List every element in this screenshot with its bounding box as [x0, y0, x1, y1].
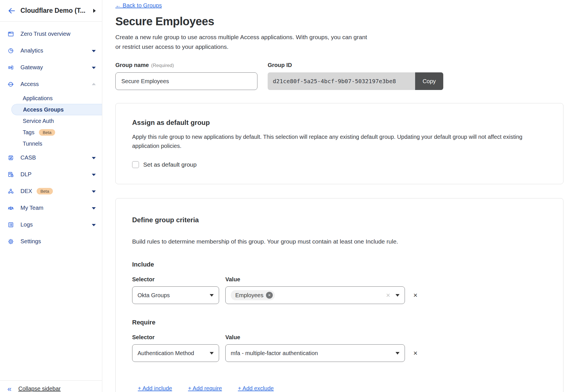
include-selector-dropdown[interactable]: Okta Groups	[132, 286, 219, 304]
sidebar-item-label: My Team	[20, 205, 43, 211]
main-content: ← Back to Groups Secure Employees Create…	[102, 0, 568, 392]
sidebar-item-label: Logs	[20, 221, 33, 228]
chevron-down-icon	[210, 294, 214, 297]
value-label: Value	[225, 276, 405, 283]
add-require-link[interactable]: + Add require	[188, 385, 222, 392]
set-default-group-row: Set as default group	[132, 161, 547, 168]
sidebar-item-access[interactable]: Access	[0, 76, 102, 93]
page-description: Create a new rule group to use across mu…	[115, 32, 563, 52]
expand-account-icon[interactable]	[93, 9, 96, 13]
sidebar-item-service-auth[interactable]: Service Auth	[0, 115, 102, 127]
chevrons-left-icon: «	[7, 386, 11, 392]
criteria-card-body: Build rules to determine membership of t…	[132, 237, 547, 246]
set-default-group-checkbox[interactable]	[132, 161, 139, 168]
chevron-down-icon[interactable]	[92, 174, 96, 176]
remove-require-rule-icon[interactable]: ✕	[413, 350, 418, 357]
group-name-label-row: Group name(Required)	[115, 62, 257, 68]
access-subnav: Applications Access Groups Service Auth …	[0, 93, 102, 149]
require-value-text: mfa - multiple-factor authentication	[231, 350, 392, 357]
require-heading: Require	[132, 319, 547, 326]
require-selector-value: Authentication Method	[138, 350, 206, 357]
sidebar-item-access-groups[interactable]: Access Groups	[11, 104, 102, 115]
sidebar-nav: Zero Trust overview Analytics Gateway	[0, 22, 102, 250]
group-id-label: Group ID	[268, 62, 443, 68]
page-description-line: or restrict user access to your applicat…	[115, 42, 563, 52]
require-selector-col: Selector Authentication Method	[132, 334, 219, 362]
require-rule-row: Selector Authentication Method Value mfa…	[132, 334, 547, 362]
set-default-group-label: Set as default group	[143, 161, 197, 168]
back-to-groups-link[interactable]: ← Back to Groups	[115, 2, 162, 9]
default-group-card: Assign as default group Apply this rule …	[115, 103, 563, 184]
chevron-down-icon[interactable]	[92, 224, 96, 226]
page-description-line: Create a new rule group to use across mu…	[115, 32, 563, 42]
network-icon	[7, 188, 14, 195]
group-name-label: Group name	[115, 62, 149, 68]
gear-icon	[7, 238, 14, 245]
sidebar-item-label: DLP	[20, 171, 32, 178]
group-name-field: Group name(Required)	[115, 62, 257, 90]
default-group-card-body: Apply this rule group to new application…	[132, 132, 547, 150]
chevron-down-icon[interactable]	[92, 157, 96, 159]
require-value-col: Value mfa - multiple-factor authenticati…	[225, 334, 405, 362]
clear-selection-icon[interactable]: ✕	[386, 292, 390, 299]
require-value-dropdown[interactable]: mfa - multiple-factor authentication	[225, 344, 405, 362]
sidebar-item-my-team[interactable]: My Team	[0, 200, 102, 216]
sidebar-item-label: Settings	[20, 238, 41, 245]
group-fields-row: Group name(Required) Group ID d21ce80f-5…	[115, 62, 563, 90]
sidebar-item-dex[interactable]: DEX Beta	[0, 183, 102, 200]
default-group-card-title: Assign as default group	[132, 119, 547, 127]
value-chip-label: Employees	[235, 292, 263, 299]
sidebar-subitem-label: Access Groups	[23, 106, 64, 113]
document-lock-icon	[7, 171, 14, 178]
require-selector-dropdown[interactable]: Authentication Method	[132, 344, 219, 362]
selector-label: Selector	[132, 334, 219, 341]
value-label: Value	[225, 334, 405, 341]
sidebar-item-label: Zero Trust overview	[20, 31, 70, 37]
casb-check-icon	[7, 154, 14, 161]
pie-chart-icon	[7, 47, 14, 54]
add-exclude-link[interactable]: + Add exclude	[238, 385, 274, 392]
include-selector-col: Selector Okta Groups	[132, 276, 219, 304]
remove-chip-icon[interactable]: ✕	[266, 292, 273, 299]
sidebar-item-casb[interactable]: CASB	[0, 149, 102, 166]
include-selector-value: Okta Groups	[138, 292, 206, 299]
collapse-sidebar-label: Collapse sidebar	[18, 385, 61, 392]
add-include-link[interactable]: + Add include	[138, 385, 172, 392]
value-chip: Employees ✕	[231, 290, 275, 300]
sidebar-item-logs[interactable]: Logs	[0, 216, 102, 233]
sidebar-subitem-label: Applications	[23, 95, 53, 102]
chevron-down-icon	[210, 352, 214, 355]
remove-include-rule-icon[interactable]: ✕	[413, 292, 418, 299]
sidebar-item-dlp[interactable]: DLP	[0, 166, 102, 183]
sidebar-subitem-label: Tunnels	[23, 141, 42, 147]
sidebar-item-tunnels[interactable]: Tunnels	[0, 138, 102, 149]
back-arrow-icon[interactable]	[7, 6, 16, 16]
default-group-card-body-line: Apply this rule group to new application…	[132, 132, 547, 141]
include-heading: Include	[132, 261, 547, 268]
chevron-down-icon[interactable]	[92, 50, 96, 52]
sidebar-item-label: Gateway	[20, 64, 43, 71]
collapse-sidebar[interactable]: « Collapse sidebar	[0, 380, 102, 392]
sidebar-item-gateway[interactable]: Gateway	[0, 59, 102, 76]
chevron-down-icon	[396, 294, 400, 297]
chevron-down-icon[interactable]	[92, 67, 96, 69]
group-name-input[interactable]	[115, 72, 257, 90]
chevron-down-icon[interactable]	[92, 207, 96, 209]
sidebar-item-tags[interactable]: Tags Beta	[0, 127, 102, 138]
chevron-down-icon	[396, 352, 400, 355]
sidebar-subitem-label: Service Auth	[23, 118, 54, 124]
include-value-col: Value Employees ✕ ✕	[225, 276, 405, 304]
sidebar-item-settings[interactable]: Settings	[0, 233, 102, 250]
sidebar-item-applications[interactable]: Applications	[0, 93, 102, 104]
chevron-up-icon[interactable]	[92, 83, 96, 85]
beta-badge: Beta	[37, 188, 53, 194]
include-value-multiselect[interactable]: Employees ✕ ✕	[225, 286, 405, 304]
sidebar-item-analytics[interactable]: Analytics	[0, 42, 102, 59]
gateway-icon	[7, 64, 14, 71]
default-group-card-body-line: application policies.	[132, 141, 547, 150]
chevron-down-icon[interactable]	[92, 190, 96, 193]
sidebar-item-zero-trust-overview[interactable]: Zero Trust overview	[0, 26, 102, 42]
copy-button[interactable]: Copy	[415, 72, 443, 90]
include-rule-row: Selector Okta Groups Value Employees ✕	[132, 276, 547, 304]
add-rule-links: + Add include + Add require + Add exclud…	[138, 385, 547, 392]
